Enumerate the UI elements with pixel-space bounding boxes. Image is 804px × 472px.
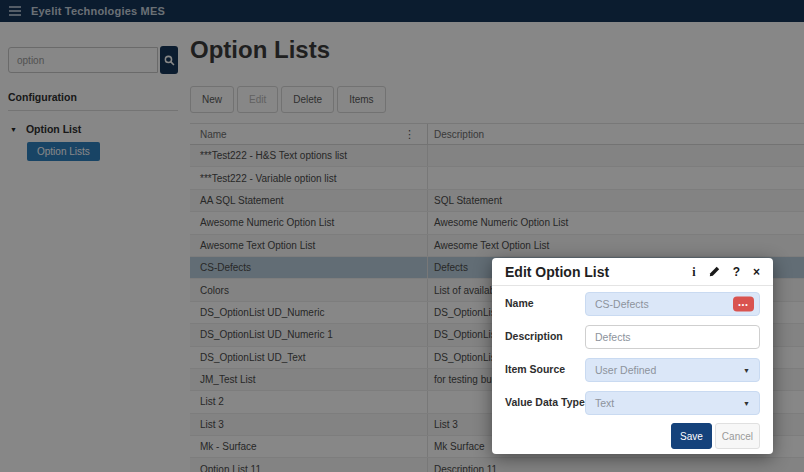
modal-field-row: Item SourceUser Defined▼ bbox=[505, 358, 760, 382]
field-description-input[interactable]: Defects bbox=[585, 325, 760, 349]
field-value-data-type-select[interactable]: Text▼ bbox=[585, 391, 760, 415]
dialog-header-icons: i ? × bbox=[692, 266, 760, 278]
field-label: Description bbox=[505, 330, 585, 343]
field-value: Defects bbox=[595, 331, 631, 343]
modal-field-row: NameCS-Defects••• bbox=[505, 292, 760, 316]
help-icon[interactable]: ? bbox=[733, 266, 740, 278]
field-label: Item Source bbox=[505, 363, 585, 376]
dialog-footer: Save Cancel bbox=[671, 423, 760, 449]
dialog-header: Edit Option List i ? × bbox=[492, 258, 773, 286]
field-label: Value Data Type bbox=[505, 396, 585, 409]
field-value: CS-Defects bbox=[595, 298, 649, 310]
cancel-button[interactable]: Cancel bbox=[715, 423, 760, 449]
modal-field-row: DescriptionDefects bbox=[505, 325, 760, 349]
close-icon[interactable]: × bbox=[753, 266, 760, 278]
field-value: User Defined bbox=[595, 364, 656, 376]
ellipsis-badge[interactable]: ••• bbox=[733, 297, 754, 312]
field-label: Name bbox=[505, 297, 585, 310]
modal-field-row: Value Data TypeText▼ bbox=[505, 391, 760, 415]
chevron-down-icon: ▼ bbox=[743, 367, 750, 374]
edit-icon[interactable] bbox=[709, 266, 720, 277]
chevron-down-icon: ▼ bbox=[743, 400, 750, 407]
save-button[interactable]: Save bbox=[671, 423, 712, 449]
dialog-title: Edit Option List bbox=[505, 264, 692, 280]
field-value: Text bbox=[595, 397, 614, 409]
info-icon[interactable]: i bbox=[692, 266, 695, 278]
field-item-source-select[interactable]: User Defined▼ bbox=[585, 358, 760, 382]
field-name-input[interactable]: CS-Defects••• bbox=[585, 292, 760, 316]
edit-option-list-dialog: Edit Option List i ? × NameCS-Defects•••… bbox=[492, 258, 773, 454]
